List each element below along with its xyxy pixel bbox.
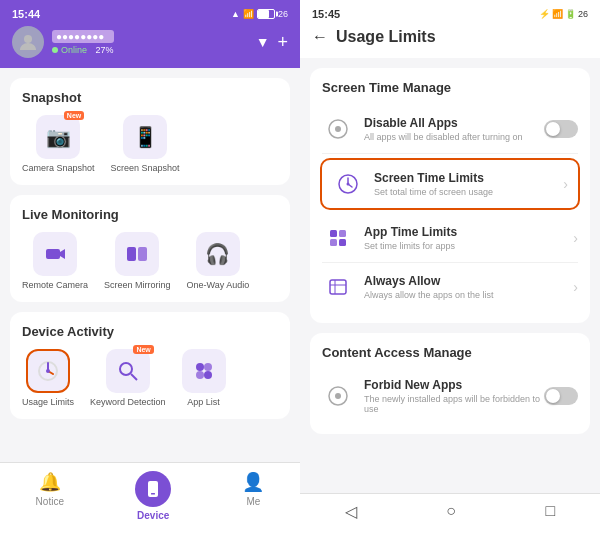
- device-label: Device: [137, 510, 169, 521]
- wifi-right-icon: 📶: [552, 9, 563, 19]
- content-access-section: Content Access Manage Forbid New Apps Th…: [310, 333, 590, 434]
- nav-me[interactable]: 👤 Me: [242, 471, 264, 521]
- remote-camera-icon-box: [33, 232, 77, 276]
- forbid-new-apps-icon: [322, 380, 354, 412]
- left-bottom-nav: 🔔 Notice Device 👤 Me: [0, 462, 300, 533]
- notice-label: Notice: [36, 496, 64, 507]
- screen-time-limits-item[interactable]: Screen Time Limits Set total time of scr…: [320, 158, 580, 210]
- snapshot-section: Snapshot 📷 New Camera Snapshot 📱 Screen …: [10, 78, 290, 185]
- disable-all-apps-toggle[interactable]: [544, 120, 578, 138]
- right-nav-bar: ← Usage Limits: [312, 26, 588, 48]
- svg-point-21: [347, 183, 350, 186]
- screen-snapshot-item[interactable]: 📱 Screen Snapshot: [111, 115, 180, 173]
- device-activity-section: Device Activity Usage Limits: [10, 312, 290, 419]
- keyword-detection-icon: [116, 359, 140, 383]
- app-list-item[interactable]: App List: [182, 349, 226, 407]
- right-home-icon: ○: [446, 502, 456, 520]
- camera-snapshot-label: Camera Snapshot: [22, 163, 95, 173]
- svg-point-8: [120, 363, 132, 375]
- snapshot-grid: 📷 New Camera Snapshot 📱 Screen Snapshot: [22, 115, 278, 173]
- online-status: Online 27%: [52, 45, 114, 55]
- me-icon: 👤: [242, 471, 264, 493]
- svg-rect-26: [330, 280, 346, 294]
- avatar: [12, 26, 44, 58]
- svg-rect-22: [330, 230, 337, 237]
- user-details: ●●●●●●●● Online 27%: [52, 30, 114, 55]
- screen-snapshot-icon-box: 📱: [123, 115, 167, 159]
- app-time-limits-desc: Set time limits for apps: [364, 241, 457, 251]
- screen-snapshot-icon: 📱: [133, 125, 158, 149]
- right-nav-recent[interactable]: □: [546, 502, 556, 521]
- battery-icon: [257, 9, 275, 19]
- svg-rect-1: [46, 249, 60, 259]
- online-dot: [52, 47, 58, 53]
- toggle-knob: [546, 122, 560, 136]
- svg-line-9: [131, 374, 137, 380]
- me-label: Me: [246, 496, 260, 507]
- forbid-new-apps-name: Forbid New Apps: [364, 378, 544, 392]
- usage-limits-item[interactable]: Usage Limits: [22, 349, 74, 407]
- keyword-detection-label: Keyword Detection: [90, 397, 166, 407]
- one-way-audio-item[interactable]: 🎧 One-Way Audio: [187, 232, 250, 290]
- app-time-limits-left: App Time Limits Set time limits for apps: [322, 222, 573, 254]
- always-allow-text: Always Allow Always allow the apps on th…: [364, 274, 494, 300]
- user-info: ●●●●●●●● Online 27%: [12, 26, 114, 58]
- add-button[interactable]: +: [277, 32, 288, 53]
- screen-mirroring-icon-box: [115, 232, 159, 276]
- always-allow-item[interactable]: Always Allow Always allow the apps on th…: [322, 263, 578, 311]
- right-back-icon: ◁: [345, 502, 357, 521]
- usage-limits-label: Usage Limits: [22, 397, 74, 407]
- forbid-toggle-knob: [546, 389, 560, 403]
- snapshot-title: Snapshot: [22, 90, 278, 105]
- disable-all-apps-icon: [322, 113, 354, 145]
- right-nav-back[interactable]: ◁: [345, 502, 357, 521]
- app-time-limits-item[interactable]: App Time Limits Set time limits for apps…: [322, 214, 578, 263]
- svg-point-17: [335, 126, 341, 132]
- app-time-limits-chevron: ›: [573, 230, 578, 246]
- right-content: Screen Time Manage Disable All Apps All …: [300, 58, 600, 493]
- always-allow-left: Always Allow Always allow the apps on th…: [322, 271, 573, 303]
- dropdown-arrow-icon[interactable]: ▼: [256, 34, 270, 50]
- signal-icon: 📶: [243, 9, 254, 19]
- forbid-new-apps-text: Forbid New Apps The newly installed apps…: [364, 378, 544, 414]
- battery-right-icon: 🔋: [565, 9, 576, 19]
- svg-point-30: [335, 393, 341, 399]
- camera-snapshot-icon: 📷: [46, 125, 71, 149]
- header-actions: ▼ +: [256, 32, 288, 53]
- keyword-detection-item[interactable]: New Keyword Detection: [90, 349, 166, 407]
- right-panel: 15:45 ⚡ 📶 🔋 26 ← Usage Limits Screen Tim…: [300, 0, 600, 533]
- app-time-limits-text: App Time Limits Set time limits for apps: [364, 225, 457, 251]
- disable-all-apps-item[interactable]: Disable All Apps All apps will be disabl…: [322, 105, 578, 154]
- camera-snapshot-item[interactable]: 📷 New Camera Snapshot: [22, 115, 95, 173]
- one-way-audio-label: One-Way Audio: [187, 280, 250, 290]
- screen-time-title: Screen Time Manage: [322, 80, 578, 95]
- svg-rect-3: [127, 247, 136, 261]
- svg-rect-14: [148, 481, 158, 497]
- svg-point-13: [204, 371, 212, 379]
- right-nav-home[interactable]: ○: [446, 502, 456, 521]
- right-bottom-nav: ◁ ○ □: [300, 493, 600, 533]
- device-activity-grid: Usage Limits New Keyword Detection: [22, 349, 278, 407]
- wifi-icon: ▲: [231, 9, 240, 19]
- left-header: 15:44 ▲ 📶 26 ●●●●●●●● Online: [0, 0, 300, 68]
- screen-mirroring-item[interactable]: Screen Mirroring: [104, 232, 171, 290]
- right-status-icons: ⚡ 📶 🔋 26: [539, 9, 588, 19]
- right-time: 15:45: [312, 8, 340, 20]
- forbid-new-apps-toggle[interactable]: [544, 387, 578, 405]
- app-list-icon-box: [182, 349, 226, 393]
- forbid-new-apps-left: Forbid New Apps The newly installed apps…: [322, 378, 544, 414]
- left-time: 15:44: [12, 8, 40, 20]
- nav-device[interactable]: Device: [135, 471, 171, 521]
- back-button[interactable]: ←: [312, 28, 328, 46]
- battery-level-right: 26: [578, 9, 588, 19]
- nav-notice[interactable]: 🔔 Notice: [36, 471, 64, 521]
- remote-camera-item[interactable]: Remote Camera: [22, 232, 88, 290]
- live-monitoring-title: Live Monitoring: [22, 207, 278, 222]
- always-allow-chevron: ›: [573, 279, 578, 295]
- forbid-new-apps-item[interactable]: Forbid New Apps The newly installed apps…: [322, 370, 578, 422]
- device-icon: [144, 480, 162, 498]
- app-time-limits-name: App Time Limits: [364, 225, 457, 239]
- keyword-detection-icon-box: New: [106, 349, 150, 393]
- always-allow-desc: Always allow the apps on the list: [364, 290, 494, 300]
- svg-rect-23: [339, 230, 346, 237]
